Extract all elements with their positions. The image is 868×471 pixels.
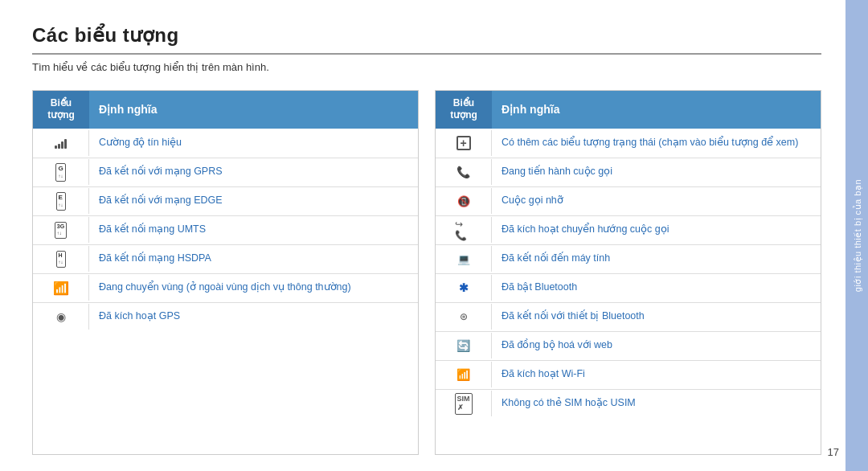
- icon-cell: G↑↓: [33, 159, 89, 185]
- icon-cell: 🔄: [436, 333, 492, 358]
- sidebar-label: giới thiệu thiết bị của bạn: [852, 179, 862, 292]
- icon-cell: +: [436, 130, 492, 156]
- table-row: SIM✗ Không có thẻ SIM hoặc USIM: [436, 389, 821, 418]
- text-cell: Đã kết nối với thiết bị Bluetooth: [492, 305, 821, 329]
- left-col2-header: Định nghĩa: [89, 91, 418, 129]
- table-row: 💻 Đã kết nối đến máy tính: [436, 244, 821, 273]
- bluetooth-conn-icon: ⊛: [455, 309, 473, 325]
- bluetooth-on-icon: ✱: [455, 280, 473, 296]
- text-cell: Không có thẻ SIM hoặc USIM: [492, 391, 821, 416]
- right-col1-header: Biểutượng: [436, 91, 492, 129]
- right-sidebar: giới thiệu thiết bị của bạn: [845, 0, 868, 471]
- icon-cell: 📶: [436, 362, 492, 387]
- table-row: + Có thêm các biểu tượng trạng thái (chạ…: [436, 129, 821, 158]
- icon-cell: 3G↑↓: [33, 217, 89, 243]
- icon-cell: [33, 130, 89, 156]
- signal-icon: [52, 135, 70, 151]
- right-col2-header: Định nghĩa: [492, 91, 821, 129]
- icon-cell: ◉: [33, 304, 89, 330]
- icon-cell: ↪📞: [436, 217, 492, 243]
- right-column: Biểutượng Định nghĩa + Có thêm các biểu …: [435, 90, 821, 456]
- text-cell: Cuộc gọi nhỡ: [492, 189, 821, 213]
- left-col1-header: Biểutượng: [33, 91, 89, 129]
- icon-cell: SIM✗: [436, 391, 492, 416]
- main-content: Các biểu tượng Tìm hiểu về các biểu tượn…: [0, 0, 845, 471]
- sync-icon: 🔄: [455, 338, 473, 354]
- computer-conn-icon: 💻: [455, 251, 473, 267]
- left-column: Biểutượng Định nghĩa: [32, 90, 419, 456]
- table-row: 3G↑↓ Đã kết nối mạng UMTS: [33, 215, 418, 244]
- edge-icon: E↑↓: [52, 193, 70, 209]
- table-row: ◉ Đã kích hoạt GPS: [33, 302, 418, 331]
- icon-cell: 📶: [33, 275, 89, 301]
- right-table: Biểutượng Định nghĩa + Có thêm các biểu …: [435, 90, 821, 456]
- text-cell: Đã kích hoạt chuyển hướng cuộc gọi: [492, 218, 821, 242]
- icon-cell: 💻: [436, 246, 492, 272]
- left-table-body: Cường độ tín hiệu G↑↓ Đã kết nối với mạn…: [33, 129, 418, 331]
- right-table-body: + Có thêm các biểu tượng trạng thái (chạ…: [436, 129, 821, 418]
- text-cell: Đã kết nối mạng UMTS: [89, 218, 418, 242]
- icon-cell: 📞: [436, 159, 492, 185]
- table-row: E↑↓ Đã kết nối với mạng EDGE: [33, 186, 418, 215]
- missed-call-icon: 📵: [455, 193, 473, 209]
- page-number: 17: [828, 446, 839, 458]
- icon-cell: ✱: [436, 275, 492, 301]
- text-cell: Có thêm các biểu tượng trạng thái (chạm …: [492, 131, 821, 155]
- gps-icon: ◉: [52, 309, 70, 325]
- table-row: ↪📞 Đã kích hoạt chuyển hướng cuộc gọi: [436, 215, 821, 244]
- icon-cell: ⊛: [436, 304, 492, 330]
- table-row: ⊛ Đã kết nối với thiết bị Bluetooth: [436, 302, 821, 331]
- text-cell: Đã kết nối với mạng EDGE: [89, 189, 418, 213]
- table-row: 📞 Đang tiến hành cuộc gọi: [436, 158, 821, 186]
- left-table: Biểutượng Định nghĩa: [32, 90, 419, 456]
- table-row: 📶 Đang chuyển vùng (ở ngoài vùng dịch vụ…: [33, 273, 418, 302]
- table-row: H↑↓ Đã kết nối mạng HSDPA: [33, 244, 418, 273]
- two-column-layout: Biểutượng Định nghĩa: [32, 90, 821, 456]
- table-row: G↑↓ Đã kết nối với mạng GPRS: [33, 158, 418, 186]
- text-cell: Đã kích hoạt Wi-Fi: [492, 362, 821, 387]
- nosim-icon: SIM✗: [455, 395, 473, 412]
- text-cell: Đã đồng bộ hoá với web: [492, 334, 821, 358]
- text-cell: Đang chuyển vùng (ở ngoài vùng dịch vụ t…: [89, 276, 418, 300]
- table-row: 🔄 Đã đồng bộ hoá với web: [436, 331, 821, 360]
- text-cell: Đã kết nối mạng HSDPA: [89, 247, 418, 271]
- table-row: 📵 Cuộc gọi nhỡ: [436, 186, 821, 215]
- icon-cell: 📵: [436, 188, 492, 214]
- wifi-icon: 📶: [455, 367, 473, 383]
- text-cell: Đã kết nối với mạng GPRS: [89, 160, 418, 184]
- text-cell: Đã kích hoạt GPS: [89, 305, 418, 329]
- icon-cell: H↑↓: [33, 246, 89, 272]
- table-row: 📶 Đã kích hoạt Wi-Fi: [436, 360, 821, 389]
- active-call-icon: 📞: [455, 164, 473, 180]
- text-cell: Đang tiến hành cuộc gọi: [492, 160, 821, 184]
- roaming-icon: 📶: [52, 280, 70, 296]
- text-cell: Đã bật Bluetooth: [492, 276, 821, 300]
- subtitle: Tìm hiểu về các biểu tượng hiển thị trên…: [32, 59, 821, 76]
- umts-icon: 3G↑↓: [52, 222, 70, 238]
- call-forward-icon: ↪📞: [455, 222, 473, 238]
- icon-cell: E↑↓: [33, 188, 89, 214]
- plus-icon: +: [455, 135, 473, 151]
- gprs-icon: G↑↓: [52, 164, 70, 180]
- text-cell: Đã kết nối đến máy tính: [492, 247, 821, 271]
- text-cell: Cường độ tín hiệu: [89, 131, 418, 155]
- hsdpa-icon: H↑↓: [52, 251, 70, 267]
- page-title: Các biểu tượng: [32, 24, 821, 55]
- table-row: ✱ Đã bật Bluetooth: [436, 273, 821, 302]
- right-table-header: Biểutượng Định nghĩa: [436, 91, 821, 129]
- left-table-header: Biểutượng Định nghĩa: [33, 91, 418, 129]
- table-row: Cường độ tín hiệu: [33, 129, 418, 158]
